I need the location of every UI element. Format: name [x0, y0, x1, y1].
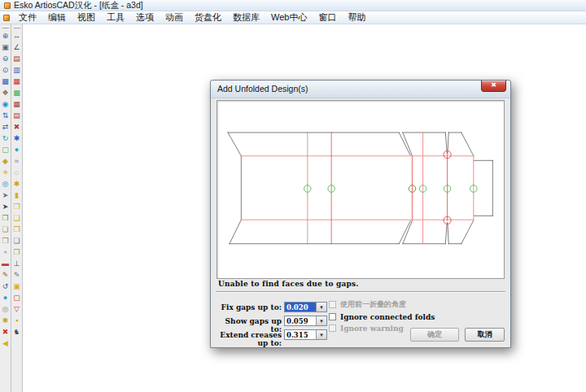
menu-item-9[interactable]: Web中心 [265, 11, 313, 24]
checkbox-label: Ignore warning [340, 324, 404, 333]
extend-creases-value[interactable]: 0.315 [285, 330, 316, 339]
lasso-icon[interactable]: ◌ [11, 167, 22, 178]
box-check-icon[interactable]: ▽ [11, 303, 22, 315]
checkbox-icon[interactable] [329, 301, 336, 308]
unfold-preview-panel [216, 100, 505, 279]
clip-icon[interactable]: ◎ [0, 303, 11, 315]
menu-item-7[interactable]: 货盘化 [189, 11, 227, 24]
ignore-connected-folds-checkbox[interactable]: Ignore connected folds [329, 312, 435, 321]
menu-items: 文件编辑视图工具选项动画货盘化数据库Web中心窗口帮助 [13, 11, 371, 24]
toolbar-grip[interactable] [14, 26, 20, 28]
zoom-window-icon[interactable]: ▣ [0, 41, 11, 53]
exit-tool-icon[interactable]: ◀ [0, 338, 11, 349]
menu-item-8[interactable]: 数据库 [227, 11, 265, 24]
zoom-extents-icon[interactable]: ▩ [0, 76, 11, 87]
select-icon[interactable]: ➤ [0, 201, 11, 212]
anchor-icon[interactable]: ⊥ [11, 258, 22, 269]
zoom-out-icon[interactable]: ⊖ [0, 53, 11, 64]
box-fold-icon[interactable]: ❒ [11, 224, 22, 235]
show-eye-icon[interactable]: ◉ [0, 98, 11, 110]
knife-icon[interactable]: ✎ [0, 269, 11, 281]
menu-item-3[interactable]: 视图 [72, 11, 101, 24]
star-part-icon[interactable]: ✱ [11, 133, 22, 144]
menu-item-11[interactable]: 帮助 [342, 11, 371, 24]
sphere-icon[interactable]: ● [0, 292, 11, 303]
use-previous-fold-angle-checkbox[interactable]: 使用前一折叠的角度 [329, 300, 406, 309]
menu-item-6[interactable]: 动画 [160, 11, 189, 24]
zoom-previous-icon[interactable]: ⊙ [0, 64, 11, 76]
clip-remove-icon[interactable]: ✖ [0, 326, 11, 338]
box-flat-icon[interactable]: ❐ [11, 246, 22, 258]
tape-icon[interactable]: ▬ [0, 258, 11, 269]
window-titlebar[interactable]: Esko ArtiosCAD汉化 - [纸盒 - a3d] [0, 0, 586, 11]
move-leftright-icon[interactable]: ⇄ [0, 121, 11, 133]
box-small-icon[interactable]: ▪ [11, 315, 22, 326]
clip-add-icon[interactable]: ✱ [0, 315, 11, 326]
menu-item-4[interactable]: 工具 [101, 11, 130, 24]
checkbox-icon[interactable] [329, 324, 336, 332]
orbit-icon[interactable]: ↺ [0, 281, 11, 292]
box-wire-icon[interactable]: ❏ [11, 235, 22, 246]
solid-box-icon[interactable]: ◆ [0, 155, 11, 167]
select-copy-icon[interactable]: ➤ [0, 189, 11, 201]
measure-width-icon[interactable]: ↔ [11, 30, 22, 41]
delete-part-icon[interactable]: ✖ [11, 121, 22, 133]
checkbox-icon[interactable] [329, 313, 336, 320]
box-3d-icon[interactable]: ❒ [11, 201, 22, 212]
zoom-in-icon[interactable]: ⊕ [0, 30, 11, 41]
curve-tool-icon[interactable]: ≈ [11, 155, 22, 167]
render-icon[interactable]: ✎ [11, 269, 22, 281]
dialog-titlebar[interactable]: Add Unfolded Design(s) [211, 81, 510, 98]
panel-table-icon[interactable]: ▦ [11, 98, 22, 110]
light-icon[interactable]: ☀ [0, 167, 11, 178]
close-icon: ✖ [491, 81, 496, 89]
chevron-down-icon[interactable]: ▼ [316, 316, 326, 325]
menu-item-2[interactable]: 编辑 [42, 11, 72, 24]
node-edit-icon[interactable]: ▫ [0, 246, 11, 258]
fix-gaps-combo[interactable]: 0.020 ▼ [284, 302, 327, 312]
document-icon [3, 15, 10, 21]
menu-item-1[interactable]: 文件 [13, 11, 42, 24]
show-gaps-value[interactable]: 0.059 [285, 316, 316, 325]
status-message: Unable to find faces due to gaps. [218, 280, 359, 288]
menu-bar: 文件编辑视图工具选项动画货盘化数据库Web中心窗口帮助 [0, 11, 586, 24]
measure-angle-icon[interactable]: ∠ [11, 41, 22, 53]
magic-icon[interactable]: ✱ [11, 178, 22, 189]
menu-item-10[interactable]: 窗口 [313, 11, 342, 24]
toolbar-column-1: ⊕▣⊖⊙▩❖◉⇅⇄↻▢◆☀◎➤➤❐❏❒▫▬✎↺●◎✱✖◀ [0, 24, 11, 392]
unfolded-design-drawing [217, 101, 504, 278]
fold-panel-icon[interactable]: ❒ [0, 235, 11, 246]
panel-green-icon[interactable]: ▩ [11, 87, 22, 98]
select-box-icon[interactable]: ▢ [0, 144, 11, 155]
box-open-icon[interactable]: ❑ [11, 212, 22, 224]
dimension-h-icon[interactable]: ▤ [11, 53, 22, 64]
chevron-down-icon[interactable]: ▼ [316, 330, 326, 339]
pan-icon[interactable]: ❖ [0, 87, 11, 98]
view-mode-icon[interactable]: ◎ [0, 178, 11, 189]
duplicate-icon[interactable]: ❐ [0, 212, 11, 224]
fix-gaps-value[interactable]: 0.020 [285, 303, 316, 311]
pellet-icon[interactable]: ▮ [11, 189, 22, 201]
show-gaps-combo[interactable]: 0.059 ▼ [284, 316, 327, 326]
back-face-icon[interactable]: ❏ [0, 224, 11, 235]
circle-select-icon[interactable]: ● [11, 144, 22, 155]
dialog-close-button[interactable]: ✖ [481, 81, 506, 92]
box-yellow-icon[interactable]: ▣ [11, 281, 22, 292]
toolbar-grip[interactable] [2, 26, 9, 28]
rotate-view-icon[interactable]: ↻ [0, 133, 11, 144]
animate-icon[interactable]: ♞ [11, 326, 22, 338]
ok-button[interactable]: 确定 [410, 328, 459, 342]
panel-red-icon[interactable]: ▦ [11, 76, 22, 87]
box-red-icon[interactable]: ▢ [11, 292, 22, 303]
dimension-v-icon[interactable]: ▥ [11, 64, 22, 76]
extend-creases-combo[interactable]: 0.315 ▼ [284, 329, 327, 340]
panel-grid-icon[interactable]: ▤ [11, 110, 22, 121]
app-icon [4, 2, 11, 9]
ignore-warning-checkbox[interactable]: Ignore warning [329, 324, 404, 333]
dialog-title: Add Unfolded Design(s) [217, 84, 308, 94]
separator [216, 291, 505, 293]
chevron-down-icon[interactable]: ▼ [316, 303, 326, 311]
cancel-button[interactable]: 取消 [465, 328, 505, 342]
menu-item-5[interactable]: 选项 [130, 11, 160, 24]
move-updown-icon[interactable]: ⇅ [0, 110, 11, 121]
